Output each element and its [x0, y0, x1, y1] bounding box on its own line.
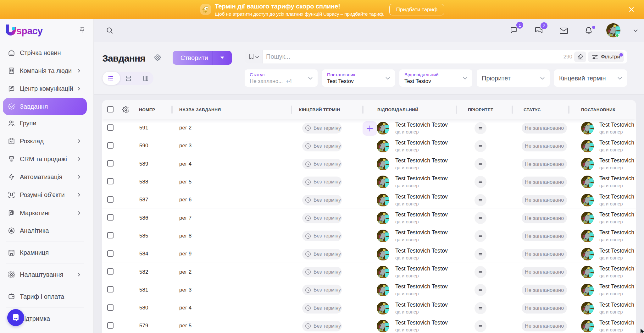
svg-text:spacy: spacy: [16, 25, 43, 36]
